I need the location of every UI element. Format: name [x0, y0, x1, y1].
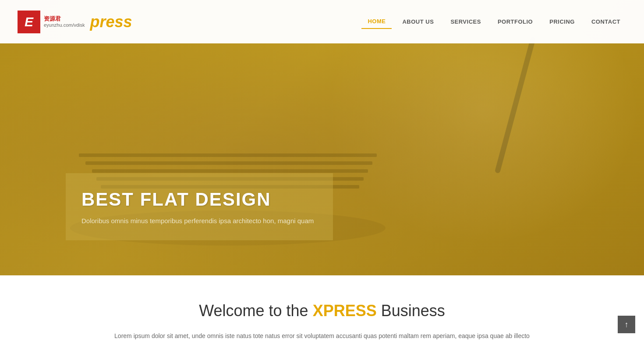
- nav-portfolio[interactable]: PORTFOLIO: [492, 15, 539, 28]
- svg-rect-1: [85, 161, 372, 165]
- logo-chinese: 资源君: [44, 16, 85, 22]
- logo-e-icon: E: [18, 11, 40, 33]
- site-header: E 资源君 eyunzhu.com/vdisk press HOME ABOUT…: [0, 0, 644, 43]
- nav-home[interactable]: HOME: [361, 14, 392, 29]
- welcome-heading-before: Welcome to the: [199, 302, 308, 320]
- welcome-body: Lorem ipsum dolor sit amet, unde omnis i…: [112, 331, 532, 342]
- welcome-brand: XPRESS: [313, 302, 377, 320]
- logo-press: press: [90, 13, 132, 31]
- main-nav: HOME ABOUT US SERVICES PORTFOLIO PRICING…: [361, 14, 626, 29]
- hero-title: BEST FLAT DESIGN: [81, 189, 314, 210]
- welcome-section: Welcome to the XPRESS Business Lorem ips…: [0, 275, 644, 342]
- nav-about[interactable]: ABOUT US: [396, 15, 440, 28]
- welcome-heading: Welcome to the XPRESS Business: [18, 302, 626, 320]
- hero-subtitle: Doloribus omnis minus temporibus perfere…: [81, 217, 314, 224]
- logo[interactable]: E 资源君 eyunzhu.com/vdisk press: [18, 11, 132, 33]
- logo-url: eyunzhu.com/vdisk: [44, 22, 85, 28]
- welcome-heading-after: Business: [381, 302, 445, 320]
- nav-pricing[interactable]: PRICING: [543, 15, 581, 28]
- svg-rect-0: [79, 153, 377, 157]
- scroll-top-icon: ↑: [625, 320, 629, 329]
- svg-rect-6: [495, 37, 536, 174]
- logo-text-block: 资源君 eyunzhu.com/vdisk: [44, 16, 85, 27]
- svg-rect-2: [92, 169, 368, 173]
- nav-services[interactable]: SERVICES: [444, 15, 487, 28]
- scroll-top-button[interactable]: ↑: [618, 316, 635, 333]
- nav-contact[interactable]: CONTACT: [585, 15, 626, 28]
- hero-overlay: BEST FLAT DESIGN Doloribus omnis minus t…: [66, 173, 333, 240]
